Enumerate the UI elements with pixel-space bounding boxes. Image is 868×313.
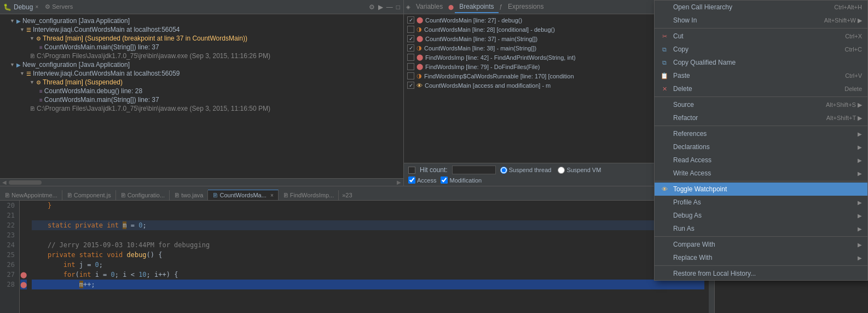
- bp-checkbox-2[interactable]: [407, 26, 414, 33]
- debug-close-btn[interactable]: ×: [35, 4, 38, 10]
- bp-checkbox-8[interactable]: ✓: [407, 82, 414, 89]
- menu-item-copy-qualified-name[interactable]: ⧉ Copy Qualified Name: [655, 56, 867, 69]
- tree-item[interactable]: ≡ CountWordsMain.main(String[]) line: 37: [0, 43, 403, 52]
- debug-icon-4[interactable]: □: [396, 3, 400, 11]
- menu-item-copy[interactable]: ⧉ Copy Ctrl+C: [655, 43, 867, 56]
- menu-item-label: Cut: [673, 32, 841, 40]
- tab-countwordsma[interactable]: 🖹 CountWordsMa... ×: [208, 190, 278, 200]
- menu-item-replace-with[interactable]: Replace With ▶: [655, 251, 867, 264]
- tab-icon-expressions: ƒ: [500, 4, 503, 10]
- expand-icon: ▼: [30, 79, 34, 85]
- read-access-icon: [660, 156, 669, 164]
- code-editor[interactable]: } static private int m = 0; // Jerry 201…: [27, 201, 709, 313]
- debug-as-arrow: ▶: [858, 213, 862, 219]
- menu-item-cut[interactable]: ✂ Cut Ctrl+X: [655, 30, 867, 43]
- menu-separator: [655, 28, 867, 29]
- bp-checkbox-7[interactable]: [407, 72, 414, 79]
- declarations-arrow: ▶: [858, 144, 862, 150]
- menu-item-run-as[interactable]: Run As ▶: [655, 222, 867, 235]
- tree-item[interactable]: ▼ ⚙ Thread [main] (Suspended): [0, 78, 403, 87]
- bp-text-1: CountWordsMain [line: 27] - debug(): [425, 17, 522, 24]
- tab-new-appointme[interactable]: 🖹 NewAppointme...: [0, 190, 62, 200]
- tree-item[interactable]: 🖹 C:\Program Files\Java\jdk1.7.0_75\jre\…: [0, 52, 403, 60]
- menu-item-restore-from-local-history[interactable]: Restore from Local History...: [655, 267, 867, 280]
- tab-more[interactable]: »23: [339, 190, 355, 200]
- tab-two-java[interactable]: 🖹 two.java: [170, 190, 208, 200]
- tree-item[interactable]: ▼ ☰ Interview.jiaqi.CountWordsMain at lo…: [0, 25, 403, 34]
- tab-variables[interactable]: Variables: [412, 1, 447, 13]
- menu-item-open-call-hierarchy[interactable]: Open Call Hierarchy Ctrl+Alt+H: [655, 1, 867, 14]
- tab-component-js[interactable]: 🖹 Component.js: [62, 190, 116, 200]
- tree-item[interactable]: ▼ ⚙ Thread [main] (Suspended (breakpoint…: [0, 34, 403, 43]
- menu-item-write-access[interactable]: Write Access ▶: [655, 167, 867, 180]
- menu-item-toggle-watchpoint[interactable]: 👁 Toggle Watchpoint: [655, 183, 867, 196]
- copy-icon: ⧉: [660, 45, 669, 54]
- menu-item-read-access[interactable]: Read Access ▶: [655, 153, 867, 167]
- menu-item-profile-as[interactable]: Profile As ▶: [655, 196, 867, 209]
- servers-tab[interactable]: ⚙ Servers: [45, 3, 73, 10]
- menu-item-shortcut: Alt+Shift+T ▶: [826, 115, 862, 122]
- paste-icon: 📋: [660, 71, 669, 80]
- bp-checkbox-1[interactable]: ✓: [407, 16, 414, 24]
- bp-icon-6: ⬤: [416, 63, 423, 70]
- bp-checkbox-5[interactable]: [407, 54, 414, 61]
- suspend-thread-radio[interactable]: Suspend thread: [500, 167, 552, 174]
- bp-checkbox-3[interactable]: ✓: [407, 35, 414, 42]
- tree-item[interactable]: ▼ ▶ New_configuration [Java Application]: [0, 60, 403, 69]
- debug-scrollbar[interactable]: ◀ ▶: [0, 178, 403, 186]
- tab-findwordsimp[interactable]: 🖹 FindWordsImp...: [279, 190, 339, 200]
- modification-checkbox[interactable]: Modification: [441, 177, 482, 184]
- tree-item-label: C:\Program Files\Java\jdk1.7.0_75\jre\bi…: [37, 52, 270, 60]
- thread-icon: ⚙: [36, 36, 41, 42]
- tree-item[interactable]: 🖹 C:\Program Files\Java\jdk1.7.0_75\jre\…: [0, 104, 403, 113]
- run-as-arrow: ▶: [858, 226, 862, 232]
- bp-text-7: FindWordsImp$CalWordsRunnable [line: 170…: [424, 73, 574, 79]
- tree-item-label: C:\Program Files\Java\jdk1.7.0_75\jre\bi…: [37, 105, 270, 112]
- hit-count-input[interactable]: [452, 166, 496, 174]
- menu-item-label: References: [673, 130, 853, 138]
- menu-item-declarations[interactable]: Declarations ▶: [655, 140, 867, 153]
- tree-item-label: Thread [main] (Suspended (breakpoint at …: [43, 35, 247, 42]
- debug-icon-3[interactable]: —: [386, 3, 393, 11]
- menu-item-source[interactable]: Source Alt+Shift+S ▶: [655, 98, 867, 111]
- menu-item-paste[interactable]: 📋 Paste Ctrl+V: [655, 69, 867, 82]
- tab-label: Configuratio...: [128, 192, 165, 198]
- tab-breakpoints[interactable]: Breakpoints: [455, 1, 498, 13]
- debug-icon-1[interactable]: ⚙: [369, 3, 375, 11]
- bp-checkbox-6[interactable]: [407, 63, 414, 70]
- tab-label: NewAppointme...: [11, 192, 57, 198]
- line-numbers: 20 21 22 23 24 25 26 27 28: [0, 201, 20, 313]
- tab-icon-breakpoints: ⬤: [448, 4, 454, 10]
- tree-item-label: Thread [main] (Suspended): [43, 78, 123, 86]
- tab-icon-variables: ◈: [406, 4, 410, 10]
- tab-configuratio[interactable]: 🖹 Configuratio...: [116, 190, 170, 200]
- tree-item[interactable]: ≡ CountWordsMain.main(String[]) line: 37: [0, 95, 403, 104]
- bp-text-5: FindWordsImp [line: 42] - FindAndPrintWo…: [425, 54, 576, 61]
- code-line-20: }: [32, 201, 704, 210]
- compare-with-arrow: ▶: [858, 242, 862, 248]
- bp-checkbox-4[interactable]: ✓: [407, 44, 414, 52]
- menu-item-refactor[interactable]: Refactor Alt+Shift+T ▶: [655, 111, 867, 124]
- frame-icon: ≡: [39, 44, 43, 50]
- tab-close[interactable]: ×: [270, 192, 274, 198]
- debug-icon-2[interactable]: ▶: [378, 3, 383, 11]
- profile-as-icon: [660, 198, 669, 207]
- menu-item-compare-with[interactable]: Compare With ▶: [655, 238, 867, 251]
- menu-item-delete[interactable]: ✕ Delete Delete: [655, 82, 867, 95]
- tree-item[interactable]: ▼ ▶ New_configuration [Java Application]: [0, 16, 403, 25]
- suspend-vm-radio[interactable]: Suspend VM: [558, 167, 601, 174]
- menu-item-debug-as[interactable]: Debug As ▶: [655, 209, 867, 222]
- tab-file-icon: 🖹: [212, 192, 218, 198]
- tree-item[interactable]: ≡ CountWordsMain.debug() line: 28: [0, 87, 403, 95]
- menu-separator: [655, 181, 867, 181]
- menu-item-show-in[interactable]: Show In Alt+Shift+W ▶: [655, 14, 867, 27]
- code-line-21: [32, 210, 704, 220]
- access-checkbox[interactable]: Access: [408, 177, 436, 184]
- menu-item-label: Compare With: [673, 241, 853, 248]
- tab-expressions[interactable]: Expressions: [504, 1, 548, 13]
- tree-item[interactable]: ▼ ☰ Interview.jiaqi.CountWordsMain at lo…: [0, 69, 403, 78]
- menu-item-references[interactable]: References ▶: [655, 127, 867, 140]
- menu-item-label: Source: [673, 101, 821, 109]
- tab-file-icon: 🖹: [283, 192, 288, 198]
- hit-count-checkbox[interactable]: [408, 167, 415, 174]
